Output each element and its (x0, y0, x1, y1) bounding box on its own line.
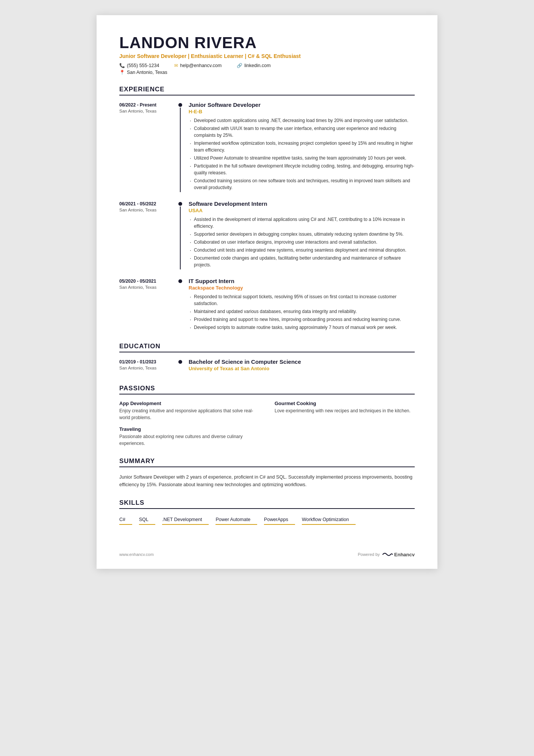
bullet-item: Implemented workflow optimization tools,… (189, 140, 415, 153)
passions-grid: App Development Enjoy creating intuitive… (119, 401, 415, 447)
skill-tag-1: C# (119, 515, 132, 525)
exp-date-col-1: 06/2022 - Present San Antonio, Texas (119, 102, 178, 192)
passion-desc-3: Passionate about exploring new cultures … (119, 433, 259, 447)
bullet-item: Conducted training sessions on new softw… (189, 177, 415, 191)
exp-date-col-2: 06/2021 - 05/2022 San Antonio, Texas (119, 200, 178, 269)
bullet-item: Collaborated with UI/UX team to revamp t… (189, 125, 415, 139)
enhancv-brand: Enhancv (394, 552, 415, 557)
skills-section: SKILLS C# SQL .NET Development Power Aut… (119, 499, 415, 528)
exp-content-1: Junior Software Developer H-E-B Develope… (183, 102, 415, 192)
skills-row: C# SQL .NET Development Power Automate P… (119, 515, 415, 528)
skill-tag-5: PowerApps (264, 515, 295, 525)
exp-date-3: 05/2020 - 05/2021 (119, 278, 178, 284)
education-section: EDUCATION 01/2019 - 01/2023 San Antonio,… (119, 343, 415, 374)
bullet-item: Documented code changes and updates, fac… (189, 255, 415, 268)
exp-company-3: Rackspace Technology (189, 285, 415, 291)
email-address: help@enhancv.com (180, 63, 222, 68)
edu-school: University of Texas at San Antonio (189, 366, 415, 371)
location-row: 📍 San Antonio, Texas (119, 70, 415, 75)
exp-dot-col-1 (178, 102, 183, 192)
bullet-item: Collaborated on user interface designs, … (189, 239, 415, 246)
passions-section: PASSIONS App Development Enjoy creating … (119, 385, 415, 447)
education-section-title: EDUCATION (119, 343, 415, 352)
edu-content: Bachelor of Science in Computer Science … (183, 358, 415, 374)
education-item-1: 01/2019 - 01/2023 San Antonio, Texas Bac… (119, 358, 415, 374)
footer-powered-by: Powered by Enhancv (358, 551, 415, 557)
candidate-tagline: Junior Software Developer | Enthusiastic… (119, 53, 415, 59)
passion-name-3: Traveling (119, 426, 259, 432)
bullet-item: Supported senior developers in debugging… (189, 231, 415, 238)
exp-date-col-3: 05/2020 - 05/2021 San Antonio, Texas (119, 278, 178, 332)
exp-date-2: 06/2021 - 05/2022 (119, 200, 178, 207)
skills-section-title: SKILLS (119, 499, 415, 509)
exp-dot-2 (178, 202, 182, 206)
location-icon: 📍 (119, 70, 125, 75)
exp-line-1 (180, 108, 181, 192)
edu-date: 01/2019 - 01/2023 (119, 358, 178, 365)
exp-company-2: USAA (189, 208, 415, 213)
email-item: ✉ help@enhancv.com (174, 63, 222, 68)
exp-company-1: H-E-B (189, 109, 415, 114)
bullet-item: Participated in the full software develo… (189, 163, 415, 176)
summary-section: SUMMARY Junior Software Developer with 2… (119, 457, 415, 488)
powered-by-label: Powered by (358, 552, 380, 557)
edu-location: San Antonio, Texas (119, 366, 178, 370)
exp-dot-1 (178, 103, 182, 107)
exp-title-3: IT Support Intern (189, 278, 415, 284)
phone-item: 📞 (555) 555-1234 (119, 63, 159, 68)
exp-title-2: Software Development Intern (189, 200, 415, 207)
bullet-item: Conducted unit tests and integrated new … (189, 247, 415, 254)
linkedin-item: 🔗 linkedin.com (237, 63, 270, 68)
exp-location-2: San Antonio, Texas (119, 208, 178, 212)
exp-content-2: Software Development Intern USAA Assiste… (183, 200, 415, 269)
skill-tag-2: SQL (139, 515, 155, 525)
bullet-item: Utilized Power Automate to streamline re… (189, 155, 415, 161)
exp-bullets-3: Responded to technical support tickets, … (189, 293, 415, 331)
exp-location-3: San Antonio, Texas (119, 285, 178, 290)
bullet-item: Developed custom applications using .NET… (189, 117, 415, 124)
exp-dot-3 (178, 279, 182, 283)
summary-text: Junior Software Developer with 2 years o… (119, 473, 415, 488)
exp-dot-col-2 (178, 200, 183, 269)
bullet-item: Assisted in the development of internal … (189, 216, 415, 230)
phone-icon: 📞 (119, 63, 125, 68)
passion-item-2: Gourmet Cooking Love experimenting with … (275, 401, 415, 421)
passion-desc-2: Love experimenting with new recipes and … (275, 407, 415, 414)
resume-page: LANDON RIVERA Junior Software Developer … (97, 15, 437, 569)
header-section: LANDON RIVERA Junior Software Developer … (119, 34, 415, 75)
experience-item-3: 05/2020 - 05/2021 San Antonio, Texas IT … (119, 278, 415, 332)
exp-title-1: Junior Software Developer (189, 102, 415, 108)
email-icon: ✉ (174, 63, 178, 68)
linkedin-url: linkedin.com (244, 63, 270, 68)
edu-degree: Bachelor of Science in Computer Science (189, 358, 415, 365)
enhancv-logo-svg (382, 551, 393, 557)
location-text: San Antonio, Texas (127, 70, 167, 75)
enhancv-logo: Enhancv (382, 551, 415, 557)
skill-tag-6: Workflow Optimization (302, 515, 356, 525)
summary-section-title: SUMMARY (119, 457, 415, 467)
passion-item-1: App Development Enjoy creating intuitive… (119, 401, 259, 421)
passions-section-title: PASSIONS (119, 385, 415, 394)
edu-dot-col (178, 358, 183, 374)
passion-name-2: Gourmet Cooking (275, 401, 415, 406)
footer-url: www.enhancv.com (119, 552, 154, 557)
bullet-item: Responded to technical support tickets, … (189, 293, 415, 307)
edu-date-col: 01/2019 - 01/2023 San Antonio, Texas (119, 358, 178, 374)
experience-section: EXPERIENCE 06/2022 - Present San Antonio… (119, 86, 415, 332)
exp-date-1: 06/2022 - Present (119, 102, 178, 108)
skill-tag-3: .NET Development (162, 515, 209, 525)
exp-line-2 (180, 207, 181, 269)
bullet-item: Developed scripts to automate routine ta… (189, 324, 415, 331)
bullet-item: Maintained and updated various databases… (189, 308, 415, 315)
footer: www.enhancv.com Powered by Enhancv (119, 551, 415, 557)
phone-number: (555) 555-1234 (127, 63, 159, 68)
exp-bullets-2: Assisted in the development of internal … (189, 216, 415, 268)
exp-bullets-1: Developed custom applications using .NET… (189, 117, 415, 191)
experience-section-title: EXPERIENCE (119, 86, 415, 95)
passion-name-1: App Development (119, 401, 259, 406)
link-icon: 🔗 (237, 63, 242, 68)
contact-row: 📞 (555) 555-1234 ✉ help@enhancv.com 🔗 li… (119, 63, 415, 68)
experience-item-2: 06/2021 - 05/2022 San Antonio, Texas Sof… (119, 200, 415, 269)
candidate-name: LANDON RIVERA (119, 34, 415, 52)
edu-dot (178, 360, 182, 364)
